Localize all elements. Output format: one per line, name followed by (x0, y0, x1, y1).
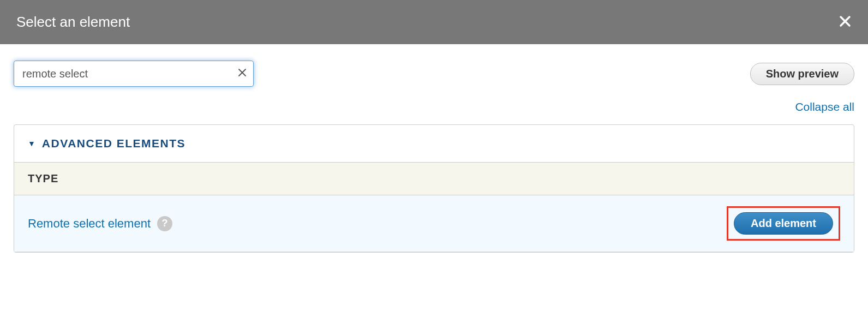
section-header[interactable]: ▼ ADVANCED ELEMENTS (14, 125, 854, 162)
modal-title: Select an element (16, 14, 130, 31)
collapse-all-link[interactable]: Collapse all (14, 100, 854, 113)
section-title: ADVANCED ELEMENTS (42, 137, 185, 150)
elements-panel: ▼ ADVANCED ELEMENTS TYPE Remote select e… (14, 124, 854, 253)
element-row: Remote select element ? Add element (14, 195, 854, 252)
add-element-button[interactable]: Add element (734, 212, 833, 235)
type-column-header: TYPE (28, 172, 58, 184)
add-element-highlight: Add element (727, 206, 840, 241)
modal-body: Show preview Collapse all ▼ ADVANCED ELE… (0, 44, 868, 269)
element-link[interactable]: Remote select element (28, 217, 151, 231)
column-header-row: TYPE (14, 162, 854, 195)
modal-header: Select an element (0, 0, 868, 44)
clear-search-icon[interactable] (237, 67, 247, 81)
show-preview-button[interactable]: Show preview (750, 63, 854, 85)
element-name-wrap: Remote select element ? (28, 216, 172, 231)
search-wrapper (14, 61, 254, 87)
close-icon[interactable] (839, 14, 852, 31)
disclosure-triangle-icon: ▼ (28, 139, 35, 148)
help-icon[interactable]: ? (157, 216, 172, 231)
top-controls-row: Show preview (14, 61, 854, 87)
search-input[interactable] (14, 61, 254, 87)
